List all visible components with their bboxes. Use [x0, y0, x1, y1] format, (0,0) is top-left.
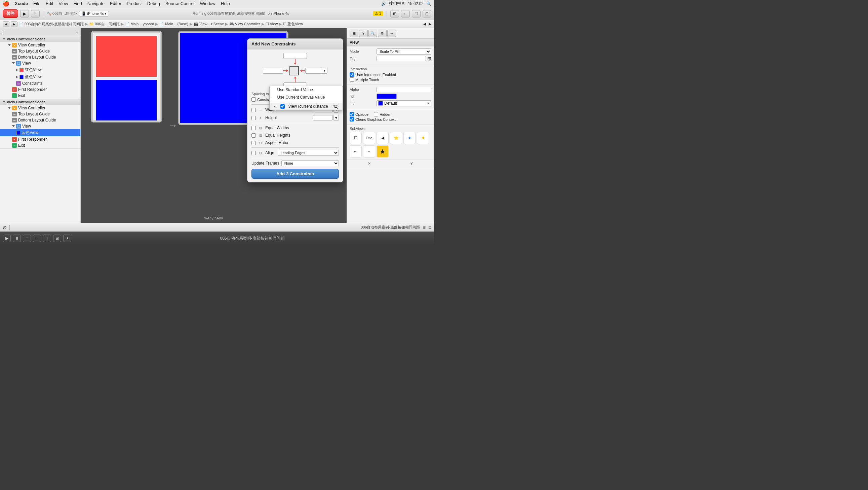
breadcrumb-item-2[interactable]: 📁 006自…同间距: [89, 22, 119, 27]
sidebar-first-responder2[interactable]: R First Responder: [0, 136, 80, 142]
view2-triangle[interactable]: [12, 125, 15, 127]
breadcrumb-item-8[interactable]: ☐ 蓝色View: [283, 22, 303, 27]
pause-button[interactable]: ⏸: [31, 10, 40, 18]
menu-product[interactable]: Product: [127, 1, 142, 6]
align-checkbox[interactable]: [251, 151, 256, 155]
breadcrumb-item-7[interactable]: ☐ View: [266, 22, 278, 26]
equal-heights-checkbox[interactable]: [251, 133, 256, 138]
menu-file[interactable]: File: [33, 1, 40, 6]
scene2-header[interactable]: View Controller Scene: [0, 99, 80, 105]
dropdown-item-standard[interactable]: Use Standard Value: [270, 86, 343, 93]
forward-button[interactable]: ▶: [11, 21, 18, 27]
update-frames-select[interactable]: None: [281, 160, 339, 166]
subview-icon-title[interactable]: Title: [363, 132, 375, 144]
sidebar-view1[interactable]: ☐ View: [0, 60, 80, 66]
layout-icon-3[interactable]: ☐: [412, 10, 421, 18]
right-icon-5[interactable]: →: [387, 30, 396, 37]
search-icon[interactable]: 🔍: [426, 1, 431, 6]
menu-source-control[interactable]: Source Control: [165, 1, 195, 6]
subview-icon-item[interactable]: ✦: [417, 132, 429, 144]
sidebar-blue-view1[interactable]: 蓝色View: [0, 74, 80, 81]
subview-icon-star3[interactable]: ★: [376, 145, 389, 157]
sidebar-vc2[interactable]: V View Controller: [0, 105, 80, 111]
apple-menu[interactable]: 🍎: [3, 0, 9, 7]
view-distance-checkbox[interactable]: [280, 104, 285, 109]
sidebar-top-guide1[interactable]: ━ Top Layout Guide: [0, 48, 80, 54]
mode-select[interactable]: Scale To Fill: [376, 49, 431, 55]
menu-edit[interactable]: Edit: [46, 1, 53, 6]
sidebar-first-responder1[interactable]: R First Responder: [0, 86, 80, 92]
sidebar-constraints[interactable]: ⊡ Constraints: [0, 81, 80, 86]
view1-triangle[interactable]: [12, 62, 15, 64]
scene2-triangle[interactable]: [3, 101, 5, 103]
stop-button[interactable]: 暂停: [3, 9, 18, 18]
dropdown-item-canvas[interactable]: Use Current Canvas Value: [270, 93, 343, 101]
right-spacing-input[interactable]: 42: [305, 68, 322, 74]
status-icon-3[interactable]: ⊡: [428, 225, 431, 230]
breadcrumb-nav-next[interactable]: ▶: [429, 22, 431, 26]
menu-editor[interactable]: Editor: [110, 1, 121, 6]
bottom-icon-4[interactable]: ↓: [33, 235, 41, 242]
bottom-icon-5[interactable]: ↑: [43, 235, 51, 242]
sidebar-exit1[interactable]: → Exit: [0, 92, 80, 98]
menu-navigate[interactable]: Navigate: [87, 1, 104, 6]
user-interaction-checkbox[interactable]: [350, 73, 354, 77]
subview-icon-star1[interactable]: ⭐: [390, 132, 402, 144]
breadcrumb-item-6[interactable]: 🎮 View Controller: [229, 22, 260, 26]
alpha-input[interactable]: 1: [376, 87, 431, 92]
status-icon[interactable]: ⊙: [3, 225, 7, 230]
device-selector[interactable]: 📱 iPhone 4s ▾: [79, 11, 109, 17]
vc2-triangle[interactable]: [8, 107, 11, 109]
right-icon-1[interactable]: ⊞: [350, 30, 359, 37]
sidebar-red-view[interactable]: 红色View: [0, 66, 80, 74]
subview-icon-star2[interactable]: ★: [403, 132, 415, 144]
layout-icon-1[interactable]: ⊞: [390, 10, 399, 18]
scene1-triangle[interactable]: [3, 38, 5, 40]
breadcrumb-item-4[interactable]: 📄 Main....(Base): [159, 22, 188, 26]
tint-selector[interactable]: Default ▼: [376, 100, 431, 106]
status-icon-2[interactable]: ⊞: [423, 225, 426, 230]
bottom-icon-2[interactable]: ⏸: [13, 235, 21, 242]
right-icon-3[interactable]: 🔍: [368, 30, 377, 37]
screen-content-1[interactable]: [93, 33, 160, 120]
menu-find[interactable]: Find: [73, 1, 82, 6]
bottom-icon-7[interactable]: ✈: [63, 235, 71, 242]
input-method[interactable]: 搜狗拼音: [389, 1, 405, 6]
red-view-triangle[interactable]: [16, 69, 18, 71]
menu-window[interactable]: Window: [200, 1, 216, 6]
tag-input[interactable]: 0: [376, 56, 426, 61]
sidebar-top-guide2[interactable]: ━ Top Layout Guide: [0, 111, 80, 117]
height-checkbox[interactable]: [251, 116, 256, 120]
height-dropdown[interactable]: ▼: [334, 115, 339, 121]
hidden-checkbox[interactable]: [374, 112, 378, 116]
sidebar-toggle[interactable]: ☰: [2, 30, 5, 34]
background-color-well[interactable]: [376, 93, 397, 99]
bottom-icon-3[interactable]: ↑: [23, 235, 31, 242]
layout-icon-4[interactable]: ⊡: [423, 10, 431, 18]
right-icon-4[interactable]: ⚙: [378, 30, 386, 37]
blue-view1-triangle[interactable]: [16, 76, 18, 79]
multiple-touch-checkbox[interactable]: [350, 78, 354, 82]
menu-xcode[interactable]: Xcode: [15, 1, 28, 6]
vc1-triangle[interactable]: [8, 44, 11, 46]
add-constraints-button[interactable]: Add 3 Constraints: [251, 169, 339, 179]
menu-debug[interactable]: Debug: [147, 1, 160, 6]
clears-graphics-checkbox[interactable]: [350, 117, 354, 121]
left-spacing-input[interactable]: 30: [263, 68, 283, 74]
menu-help[interactable]: Help: [221, 1, 230, 6]
sidebar-exit2[interactable]: → Exit: [0, 142, 80, 148]
bottom-icon-1[interactable]: ▶: [3, 235, 11, 242]
width-checkbox[interactable]: [251, 108, 256, 112]
sidebar-bottom-guide1[interactable]: ━ Bottom Layout Guide: [0, 54, 80, 60]
sidebar-blue-view2[interactable]: 蓝色View: [0, 129, 80, 136]
scene1-header[interactable]: View Controller Scene: [0, 36, 80, 42]
subview-icon-3[interactable]: ···: [350, 145, 362, 157]
menu-view[interactable]: View: [59, 1, 68, 6]
tag-stepper[interactable]: ⊞: [427, 56, 431, 61]
height-input[interactable]: 600: [313, 115, 333, 120]
subview-icon-2[interactable]: ◀: [376, 132, 389, 144]
aspect-ratio-checkbox[interactable]: [251, 141, 256, 145]
bottom-icon-6[interactable]: ⊞: [53, 235, 61, 242]
warning-badge[interactable]: ⚠ 1: [373, 11, 383, 16]
constrain-margins-checkbox[interactable]: [251, 97, 256, 102]
